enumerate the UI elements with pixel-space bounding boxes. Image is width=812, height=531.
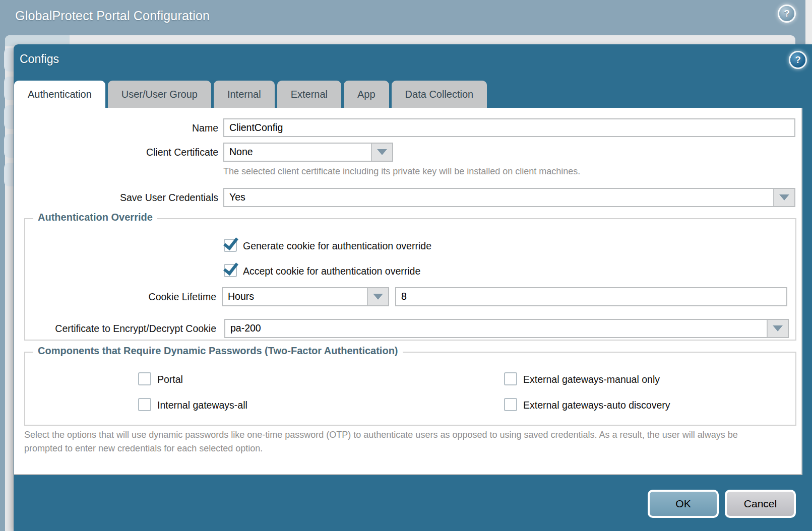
configs-dialog: Configs ? Authentication User/User Group… — [14, 44, 812, 531]
external-gateways-manual-label: External gateways-manual only — [523, 374, 660, 385]
cookie-lifetime-unit-select[interactable]: Hours — [222, 287, 389, 306]
name-value: ClientConfig — [229, 122, 283, 134]
name-label: Name — [20, 122, 218, 134]
client-certificate-help-text: The selected client certificate includin… — [223, 166, 580, 177]
save-user-credentials-value: Yes — [229, 191, 245, 203]
accept-cookie-label: Accept cookie for authentication overrid… — [243, 266, 420, 277]
tab-app[interactable]: App — [344, 81, 389, 108]
authentication-override-section: Authentication Override Generate cookie … — [24, 218, 796, 341]
cancel-button[interactable]: Cancel — [725, 490, 796, 518]
two-factor-legend: Components that Require Dynamic Password… — [33, 345, 403, 357]
external-gateways-auto-checkbox[interactable] — [504, 398, 517, 411]
cookie-certificate-label: Certificate to Encrypt/Decrypt Cookie — [25, 323, 216, 335]
dropdown-button[interactable] — [371, 144, 392, 161]
tab-user-user-group[interactable]: User/User Group — [108, 81, 211, 108]
two-factor-note: Select the options that will use dynamic… — [24, 428, 776, 455]
external-gateways-manual-checkbox[interactable] — [504, 372, 517, 385]
portal-label: Portal — [157, 374, 183, 385]
name-input[interactable]: ClientConfig — [223, 118, 795, 137]
save-user-credentials-label: Save User Credentials — [20, 192, 218, 204]
cookie-lifetime-value-input[interactable]: 8 — [395, 287, 787, 306]
background-side-tab — [4, 105, 14, 129]
generate-cookie-checkbox[interactable] — [224, 239, 237, 252]
tab-data-collection[interactable]: Data Collection — [392, 81, 487, 108]
portal-configuration-titlebar: GlobalProtect Portal Configuration — [0, 0, 805, 31]
chevron-down-icon — [779, 194, 789, 201]
internal-gateways-all-label: Internal gateways-all — [157, 400, 247, 411]
chevron-down-icon — [773, 325, 783, 331]
tab-internal[interactable]: Internal — [214, 81, 275, 108]
authentication-tab-panel: Name ClientConfig Client Certificate Non… — [14, 108, 802, 475]
dropdown-button[interactable] — [367, 288, 388, 305]
background-side-tab — [4, 134, 14, 158]
cookie-certificate-value: pa-200 — [230, 322, 261, 334]
client-certificate-select[interactable]: None — [223, 143, 393, 162]
cookie-certificate-select[interactable]: pa-200 — [224, 319, 789, 338]
dropdown-button[interactable] — [767, 320, 788, 337]
cookie-lifetime-value: 8 — [401, 291, 407, 302]
internal-gateways-all-checkbox[interactable] — [138, 398, 151, 411]
external-gateways-auto-label: External gateways-auto discovery — [523, 400, 670, 411]
page-background: GlobalProtect Portal Configuration ? Con… — [0, 0, 812, 531]
help-icon[interactable]: ? — [779, 6, 794, 21]
tab-authentication[interactable]: Authentication — [14, 81, 105, 110]
chevron-down-icon — [377, 149, 387, 155]
help-icon[interactable]: ? — [790, 52, 805, 68]
cookie-lifetime-unit-value: Hours — [228, 291, 254, 302]
dialog-title: Configs — [20, 52, 59, 66]
portal-checkbox[interactable] — [138, 372, 151, 385]
save-user-credentials-select[interactable]: Yes — [223, 188, 795, 207]
chevron-down-icon — [373, 294, 383, 300]
dropdown-button[interactable] — [773, 189, 794, 206]
background-side-tab — [4, 77, 14, 100]
background-side-tab — [4, 48, 14, 72]
client-certificate-value: None — [229, 146, 253, 158]
generate-cookie-label: Generate cookie for authentication overr… — [243, 240, 431, 252]
client-certificate-label: Client Certificate — [20, 147, 218, 158]
accept-cookie-checkbox[interactable] — [224, 264, 237, 277]
tab-strip: Authentication User/User Group Internal … — [14, 81, 487, 108]
cookie-lifetime-label: Cookie Lifetime — [25, 291, 216, 303]
background-side-tab — [4, 163, 14, 186]
tab-external[interactable]: External — [277, 81, 341, 108]
two-factor-section: Components that Require Dynamic Password… — [24, 352, 796, 426]
authentication-override-legend: Authentication Override — [33, 212, 157, 223]
window-title: GlobalProtect Portal Configuration — [15, 9, 210, 23]
ok-button[interactable]: OK — [648, 490, 719, 518]
